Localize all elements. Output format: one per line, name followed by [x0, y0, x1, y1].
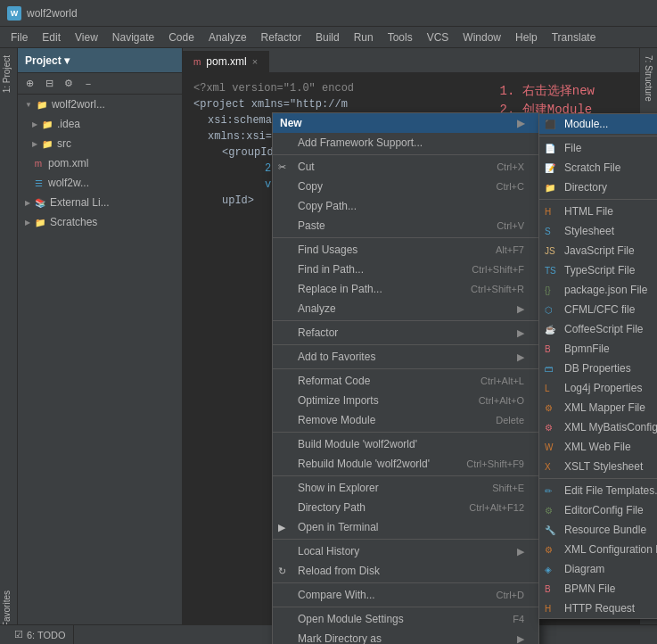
- ctx-copy[interactable]: Copy Ctrl+C: [273, 177, 538, 196]
- submenu-db[interactable]: 🗃 DB Properties: [539, 359, 657, 378]
- tree-idea[interactable]: ▶ 📁 .idea: [18, 114, 182, 134]
- ctx-replace-in-path-shortcut: Ctrl+Shift+R: [453, 284, 524, 294]
- submenu-xml-mapper[interactable]: ⚙ XML Mapper File: [539, 398, 657, 417]
- ctx-open-terminal[interactable]: ▶ Open in Terminal: [273, 517, 538, 537]
- tree-pom[interactable]: m pom.xml: [18, 153, 182, 173]
- ctx-find-usages[interactable]: Find Usages Alt+F7: [273, 240, 538, 260]
- ctx-reformat[interactable]: Reformat Code Ctrl+Alt+L: [273, 371, 538, 391]
- tree-src[interactable]: ▶ 📁 src: [18, 134, 182, 153]
- tree-label-ext: External Li...: [50, 196, 110, 209]
- ctx-build-module[interactable]: Build Module 'wolf2world': [273, 434, 538, 454]
- menu-analyze[interactable]: Analyze: [201, 29, 254, 45]
- menu-run[interactable]: Run: [347, 29, 381, 45]
- ctx-find-in-path[interactable]: Find in Path... Ctrl+Shift+F: [273, 260, 538, 279]
- submenu-bpmn-file[interactable]: B BPMN File: [539, 579, 657, 599]
- menu-navigate[interactable]: Navigate: [105, 29, 161, 45]
- coffee-icon: ☕: [545, 325, 555, 334]
- ctx-analyze[interactable]: Analyze ▶: [273, 299, 538, 318]
- menu-code[interactable]: Code: [161, 29, 201, 45]
- ctx-new[interactable]: New ▶: [273, 113, 538, 133]
- ctx-sep-3: [273, 320, 538, 321]
- ctx-sep-6: [273, 432, 538, 433]
- tree-scratches[interactable]: ▶ 📁 Scratches: [18, 212, 182, 232]
- menu-edit[interactable]: Edit: [35, 29, 68, 45]
- submenu-js[interactable]: JS JavaScript File: [539, 241, 657, 260]
- ctx-add-favorites[interactable]: Add to Favorites ▶: [273, 347, 538, 367]
- submenu-coffee[interactable]: ☕ CoffeeScript File: [539, 319, 657, 339]
- ctx-directory-path[interactable]: Directory Path Ctrl+Alt+F12: [273, 498, 538, 517]
- menu-bar: File Edit View Navigate Code Analyze Ref…: [0, 27, 657, 48]
- ctx-show-explorer[interactable]: Show in Explorer Shift+E: [273, 478, 538, 498]
- ctx-remove-module[interactable]: Remove Module Delete: [273, 410, 538, 430]
- ctx-open-terminal-label: Open in Terminal: [298, 521, 379, 533]
- toolbar-minimize-btn[interactable]: −: [80, 76, 96, 92]
- submenu-file[interactable]: 📄 File: [539, 138, 657, 158]
- tree-external-libs[interactable]: ▶ 📚 External Li...: [18, 193, 182, 212]
- submenu-cfml[interactable]: ⬡ CFML/CFC file: [539, 300, 657, 319]
- menu-vcs[interactable]: VCS: [420, 29, 456, 45]
- sidebar-tab-structure[interactable]: 7: Structure: [642, 48, 655, 109]
- ctx-sep-2: [273, 237, 538, 238]
- submenu-ts[interactable]: TS TypeScript File: [539, 260, 657, 280]
- submenu-scratch-file[interactable]: 📝 Scratch File Ctrl+Alt+Shift+Insert: [539, 158, 657, 178]
- submenu-editorconfig[interactable]: ⚙ EditorConfig File: [539, 500, 657, 520]
- ctx-remove-module-label: Remove Module: [298, 414, 375, 426]
- submenu-http-request[interactable]: H HTTP Request: [539, 599, 657, 618]
- ctx-refactor[interactable]: Refactor ▶: [273, 323, 538, 343]
- submenu-bpmn[interactable]: B BpmnFile: [539, 339, 657, 359]
- menu-translate[interactable]: Translate: [545, 29, 604, 45]
- submenu-file-label: File: [564, 142, 581, 154]
- ctx-add-framework[interactable]: Add Framework Support...: [273, 133, 538, 153]
- submenu-xml-web[interactable]: W XML Web File: [539, 437, 657, 457]
- submenu-xslt[interactable]: X XSLT Stylesheet: [539, 457, 657, 476]
- submenu-edit-templates[interactable]: ✏ Edit File Templates...: [539, 481, 657, 500]
- ctx-local-history[interactable]: Local History ▶: [273, 541, 538, 561]
- tree-root[interactable]: ▼ 📁 wolf2worl...: [18, 95, 182, 114]
- todo-tab[interactable]: ☑ 6: TODO: [7, 625, 74, 645]
- submenu-xml-config[interactable]: ⚙ XML Configuration File ▶: [539, 540, 657, 559]
- submenu-html[interactable]: H HTML File: [539, 202, 657, 221]
- reload-icon: ↻: [278, 566, 286, 577]
- ctx-cut[interactable]: ✂ Cut Ctrl+X: [273, 157, 538, 177]
- tab-close-btn[interactable]: ×: [252, 56, 258, 67]
- editor-tab-pom[interactable]: m pom.xml ×: [183, 51, 269, 72]
- tree-wolf2w[interactable]: ☰ wolf2w...: [18, 173, 182, 193]
- menu-help[interactable]: Help: [508, 29, 545, 45]
- submenu-html-label: HTML File: [564, 205, 613, 218]
- ctx-optimize-imports[interactable]: Optimize Imports Ctrl+Alt+O: [273, 391, 538, 410]
- sidebar-tab-project[interactable]: 1: Project: [0, 48, 17, 100]
- folder-icon-ext: 📚: [34, 196, 46, 209]
- submenu-bpmn-file-label: BPMN File: [564, 582, 615, 595]
- submenu-stylesheet[interactable]: S Stylesheet: [539, 221, 657, 241]
- submenu-module-label: Module...: [564, 118, 608, 130]
- menu-refactor[interactable]: Refactor: [254, 29, 308, 45]
- ctx-module-settings[interactable]: Open Module Settings F4: [273, 609, 538, 629]
- ctx-mark-dir[interactable]: Mark Directory as ▶: [273, 629, 538, 644]
- ctx-reload-disk[interactable]: ↻ Reload from Disk: [273, 561, 538, 581]
- ctx-copy-path[interactable]: Copy Path...: [273, 196, 538, 216]
- submenu-module[interactable]: ⬛ Module...: [539, 114, 657, 134]
- xml-icon-pom: m: [32, 157, 45, 169]
- submenu-log4j[interactable]: L Log4j Properties: [539, 378, 657, 398]
- ctx-compare-with[interactable]: Compare With... Ctrl+D: [273, 585, 538, 605]
- ctx-rebuild-module[interactable]: Rebuild Module 'wolf2world' Ctrl+Shift+F…: [273, 454, 538, 474]
- toolbar-locate-btn[interactable]: ⊕: [21, 76, 37, 92]
- menu-window[interactable]: Window: [456, 29, 508, 45]
- toolbar-collapse-btn[interactable]: ⊟: [41, 76, 57, 92]
- menu-file[interactable]: File: [4, 29, 35, 45]
- submenu-json[interactable]: {} package.json File: [539, 280, 657, 300]
- submenu-diagram[interactable]: ◈ Diagram ▶: [539, 559, 657, 579]
- menu-tools[interactable]: Tools: [381, 29, 420, 45]
- submenu-resource-bundle[interactable]: 🔧 Resource Bundle: [539, 520, 657, 540]
- submenu-directory[interactable]: 📁 Directory: [539, 178, 657, 197]
- toolbar-settings-btn[interactable]: ⚙: [61, 76, 77, 92]
- menu-view[interactable]: View: [68, 29, 105, 45]
- cfml-icon: ⬡: [545, 305, 553, 315]
- ctx-show-explorer-label: Show in Explorer: [298, 482, 379, 494]
- ctx-paste[interactable]: Paste Ctrl+V: [273, 216, 538, 235]
- submenu-cfml-label: CFML/CFC file: [564, 303, 635, 316]
- submenu-xml-mybatis[interactable]: ⚙ XML MyBatisConfig File: [539, 417, 657, 437]
- db-icon: 🗃: [545, 364, 554, 374]
- menu-build[interactable]: Build: [308, 29, 347, 45]
- ctx-replace-in-path[interactable]: Replace in Path... Ctrl+Shift+R: [273, 279, 538, 299]
